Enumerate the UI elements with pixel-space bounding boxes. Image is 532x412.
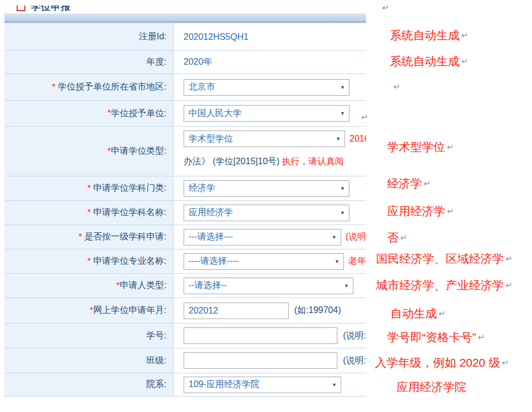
- class-input[interactable]: [184, 352, 337, 369]
- annotation-class: 入学年级，例如 2020 级↵: [375, 355, 509, 371]
- return-mark-icon: ↵: [447, 206, 454, 216]
- apply-yearmonth-input[interactable]: [184, 303, 289, 319]
- required-asterisk: *: [79, 232, 85, 242]
- degree-type-note-red: 2016: [350, 134, 366, 144]
- student-id-input[interactable]: [184, 327, 337, 344]
- register-id-value: 202012HS5QH1: [184, 32, 248, 42]
- row-major-name: * 申请学位专业名称: ----请选择---- ▼ 老年: [4, 249, 366, 274]
- form-section-icon: [17, 6, 25, 11]
- province-select[interactable]: 北京市 ▼: [184, 79, 350, 96]
- annotation-major-line2: 城市经济学、产业经济学↵: [376, 278, 513, 293]
- form-table: 注册Id: 202012HS5QH1 年度: 2020年 * 学位授予单位所在省…: [4, 23, 366, 397]
- annotation-student-id: 学号即“资格卡号”↵: [387, 330, 485, 345]
- row-discipline-name: * 申请学位学科名称: 应用经济学 ▼: [4, 201, 366, 225]
- panel-header-bar: [4, 13, 366, 23]
- panel-title: 学位申报: [31, 6, 71, 13]
- row-apply-yearmonth: *网上学位申请年月: (如:199704): [4, 298, 366, 324]
- field-label: 学位授予单位所在省市地区:: [58, 81, 166, 93]
- dropdown-arrow-icon: ▼: [336, 136, 341, 142]
- selected-option: ---请选择---: [189, 231, 233, 243]
- first-level-apply-select[interactable]: ---请选择--- ▼: [184, 229, 341, 246]
- annotation-first-level: 否↵: [387, 230, 408, 246]
- paragraph-mark: ↵: [392, 80, 400, 93]
- required-asterisk: *: [87, 208, 93, 218]
- degree-type-note-line2: 办法》 (学位[2015]10号): [184, 157, 282, 166]
- first-level-note-red: (说明: [346, 231, 366, 243]
- paragraph-mark: ↵: [380, 1, 389, 14]
- discipline-category-select[interactable]: 经济学 ▼: [184, 180, 350, 197]
- annotation-degree-type: 学术型学位↵: [387, 139, 454, 155]
- field-label: 申请学位学科名称:: [93, 207, 166, 218]
- annotation-register-id: 系统自动生成↵: [390, 28, 468, 43]
- dropdown-arrow-icon: ▼: [335, 259, 340, 264]
- field-label: 院系:: [147, 379, 166, 390]
- major-name-select[interactable]: ----请选择---- ▼: [184, 253, 344, 270]
- selected-option: 学术型学位: [189, 133, 233, 145]
- return-mark-icon: ↵: [424, 179, 431, 188]
- row-degree-unit: *学位授予单位: 中国人民大学 ▼: [4, 101, 366, 127]
- dropdown-arrow-icon: ▼: [340, 186, 345, 191]
- annotation-discipline-category: 经济学↵: [387, 176, 431, 191]
- field-label: 申请学位专业名称:: [93, 255, 166, 267]
- class-hint: (说明:: [343, 355, 366, 367]
- major-name-note-red: 老年: [348, 255, 366, 267]
- field-label: 注册Id:: [139, 31, 166, 43]
- row-degree-type: *申请学位类型: 学术型学位 ▼ 2016 办法》 (学位[2015]10号) …: [4, 127, 366, 176]
- annotation-department: 应用经济学院: [397, 379, 468, 395]
- return-mark-icon: ↵: [382, 3, 389, 12]
- required-asterisk: *: [87, 184, 93, 194]
- selected-option: ----请选择----: [189, 255, 239, 267]
- selected-option: 应用经济学: [189, 207, 233, 218]
- dropdown-arrow-icon: ▼: [340, 85, 345, 90]
- screenshot-root: 学位申报 注册Id: 202012HS5QH1 年度: 2020年 * 学位授予…: [0, 0, 532, 412]
- paragraph-mark: ↵: [359, 111, 368, 124]
- field-label: 申请学位学科门类:: [93, 182, 166, 194]
- degree-unit-select[interactable]: 中国人民大学 ▼: [184, 105, 350, 122]
- return-mark-icon: ↵: [505, 254, 513, 263]
- dropdown-arrow-icon: ▼: [332, 234, 337, 240]
- return-mark-icon: ↵: [400, 233, 408, 242]
- selected-option: 中国人民大学: [189, 108, 242, 119]
- annotation-major-line1: 国民经济学、区域经济学↵: [376, 251, 513, 267]
- return-mark-icon: ↵: [361, 112, 368, 122]
- field-label: 学号:: [147, 330, 166, 342]
- selected-option: 经济学: [189, 182, 215, 194]
- year-value: 2020年: [184, 56, 212, 68]
- field-label: 是否按一级学科申请:: [85, 231, 166, 243]
- row-year: 年度: 2020年: [4, 51, 366, 74]
- student-id-hint: (说明:: [343, 330, 366, 342]
- annotation-year: 系统自动生成↵: [390, 54, 468, 69]
- degree-type-select[interactable]: 学术型学位 ▼: [184, 131, 345, 147]
- return-mark-icon: ↵: [461, 56, 468, 66]
- row-discipline-category: * 申请学位学科门类: 经济学 ▼: [4, 176, 366, 201]
- degree-application-form-panel: 学位申报 注册Id: 202012HS5QH1 年度: 2020年 * 学位授予…: [4, 6, 366, 397]
- dropdown-arrow-icon: ▼: [340, 210, 345, 216]
- row-first-level-apply: * 是否按一级学科申请: ---请选择--- ▼ (说明: [4, 225, 366, 249]
- degree-type-note-line2-red: 执行，请认真阅: [282, 157, 344, 166]
- return-mark-icon: ↵: [505, 280, 513, 290]
- apply-yearmonth-hint: (如:199704): [294, 305, 341, 316]
- return-mark-icon: ↵: [478, 332, 485, 342]
- return-mark-icon: ↵: [393, 82, 400, 91]
- field-label: 年度:: [147, 56, 166, 68]
- row-class: 班级: (说明:: [4, 348, 366, 373]
- discipline-name-select[interactable]: 应用经济学 ▼: [184, 205, 350, 221]
- return-mark-icon: ↵: [461, 30, 468, 40]
- row-province: * 学位授予单位所在省市地区: 北京市 ▼: [4, 74, 366, 101]
- return-mark-icon: ↵: [447, 142, 454, 152]
- selected-option: 109-应用经济学院: [189, 379, 259, 390]
- required-asterisk: *: [87, 257, 93, 267]
- selected-option: --请选择--: [189, 280, 227, 291]
- annotation-discipline-name: 应用经济学↵: [387, 204, 454, 219]
- department-select[interactable]: 109-应用经济学院 ▼: [184, 377, 341, 393]
- required-asterisk: *: [52, 82, 58, 92]
- field-label: 学位授予单位:: [111, 108, 166, 119]
- return-mark-icon: ↵: [502, 358, 509, 367]
- field-label: 网上学位申请年月:: [93, 305, 166, 316]
- return-mark-icon: ↵: [439, 309, 446, 318]
- dropdown-arrow-icon: ▼: [340, 111, 345, 116]
- field-label: 申请学位类型:: [111, 145, 166, 157]
- applicant-type-select[interactable]: --请选择-- ▼: [184, 278, 353, 294]
- row-department: 院系: 109-应用经济学院 ▼: [4, 373, 366, 397]
- row-applicant-type: *申请人类型: --请选择-- ▼: [4, 274, 366, 298]
